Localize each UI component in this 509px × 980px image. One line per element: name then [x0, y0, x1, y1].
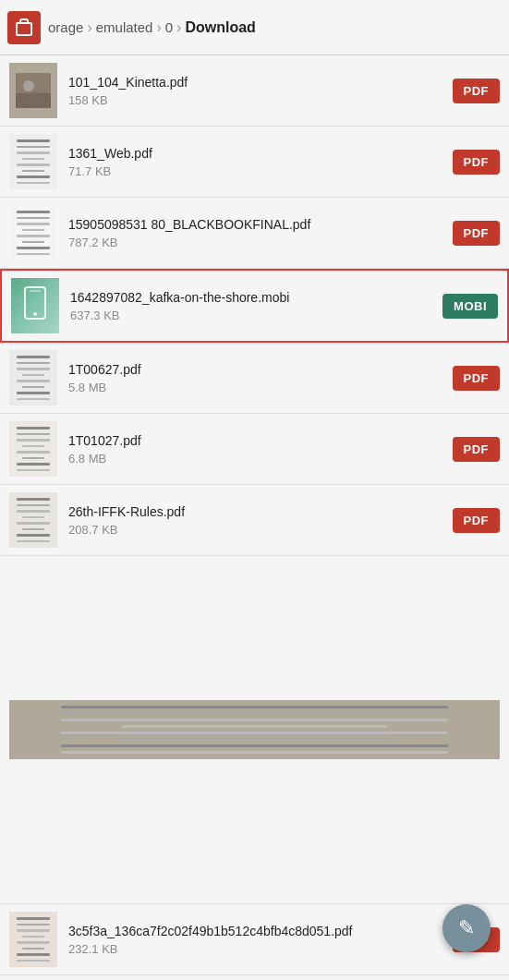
list-item[interactable]: 1T00627.pdf 5.8 MB PDF — [0, 343, 509, 414]
svg-point-6 — [33, 312, 37, 316]
list-item[interactable]: 1642897082_kafka-on-the-shore.mobi 637.3… — [0, 269, 509, 343]
file-size: 637.3 KB — [70, 309, 433, 322]
file-type-badge[interactable]: PDF — [453, 221, 501, 246]
file-info: 3c5f3a_136ca7f2c02f49b1b512c4bfb4c8d051.… — [68, 923, 443, 956]
file-name: 1642897082_kafka-on-the-shore.mobi — [70, 289, 433, 306]
file-size: 158 KB — [68, 93, 443, 107]
file-name: 101_104_Kinetta.pdf — [68, 74, 443, 91]
thumb-photo — [9, 63, 57, 118]
file-size: 71.7 KB — [68, 164, 443, 178]
list-item[interactable]: 15905098531 80_BLACKBOOKFINAL.pdf 787.2 … — [0, 198, 509, 269]
file-list: 101_104_Kinetta.pdf 158 KB PDF 1361_Web.… — [0, 55, 509, 980]
file-info: 1T00627.pdf 5.8 MB — [68, 361, 443, 394]
file-info: 101_104_Kinetta.pdf 158 KB — [68, 74, 443, 107]
list-item[interactable]: 101_104_Kinetta.pdf 158 KB PDF — [0, 55, 509, 127]
file-thumbnail — [9, 421, 57, 477]
file-type-badge[interactable]: PDF — [453, 508, 501, 533]
file-size: 6.8 MB — [68, 452, 443, 466]
svg-point-4 — [23, 91, 45, 106]
thumb-pdf-preview — [9, 421, 57, 477]
file-thumbnail — [11, 278, 59, 333]
thumb-pdf-preview — [9, 134, 57, 189]
list-item[interactable]: 3c5f3a_4efb7b767ca24fb3ba07a103d612... P… — [0, 975, 509, 980]
file-thumbnail — [9, 350, 57, 405]
file-thumbnail — [9, 912, 57, 967]
breadcrumb-emulated[interactable]: emulated — [96, 19, 153, 35]
list-item[interactable]: 26th-IFFK-Rules.pdf 208.7 KB PDF — [0, 485, 509, 556]
svg-rect-0 — [17, 23, 31, 35]
file-name: 1361_Web.pdf — [68, 145, 443, 162]
file-type-badge[interactable]: PDF — [453, 79, 501, 103]
breadcrumb-sep-2: › — [156, 19, 161, 36]
file-type-badge[interactable]: PDF — [453, 366, 501, 391]
breadcrumb-0[interactable]: 0 — [165, 19, 173, 35]
file-thumbnail — [9, 492, 57, 548]
file-info: 1642897082_kafka-on-the-shore.mobi 637.3… — [70, 289, 433, 322]
svg-point-2 — [23, 80, 34, 91]
breadcrumb-sep-1: › — [87, 19, 91, 36]
file-size: 787.2 KB — [68, 236, 443, 249]
header: orage › emulated › 0 › Download — [0, 0, 509, 55]
breadcrumb-storage[interactable]: orage — [48, 19, 83, 35]
file-info: 1T01027.pdf 6.8 MB — [68, 432, 443, 466]
file-name: 1T01027.pdf — [68, 432, 443, 449]
file-type-badge[interactable]: PDF — [453, 437, 501, 462]
breadcrumb-current: Download — [185, 19, 255, 36]
file-size: 5.8 MB — [68, 381, 443, 394]
list-item[interactable]: 1361_Web.pdf 71.7 KB PDF — [0, 127, 509, 198]
breadcrumb-sep-3: › — [176, 19, 181, 36]
thumb-pdf-preview — [9, 492, 57, 548]
mobi-device-icon — [22, 286, 48, 326]
file-info: 15905098531 80_BLACKBOOKFINAL.pdf 787.2 … — [68, 216, 443, 249]
file-name: 1T00627.pdf — [68, 361, 443, 378]
file-name: 15905098531 80_BLACKBOOKFINAL.pdf — [68, 216, 443, 233]
file-name: 3c5f3a_136ca7f2c02f49b1b512c4bfb4c8d051.… — [68, 923, 443, 939]
file-size: 208.7 KB — [68, 523, 443, 537]
list-item[interactable]: 3c5f3a_136ca7f2c02f49b1b512c4bfb4c8d051.… — [0, 904, 509, 975]
breadcrumb: orage › emulated › 0 › Download — [48, 19, 502, 36]
app-icon — [7, 11, 41, 44]
file-type-badge[interactable]: MOBI — [442, 294, 498, 319]
file-info: 1361_Web.pdf 71.7 KB — [68, 145, 443, 178]
file-name: 26th-IFFK-Rules.pdf — [68, 503, 443, 520]
list-item[interactable]: 2_ Uploading_DIR.pdf 254.9 KB PDF — [0, 556, 509, 904]
file-thumbnail — [9, 134, 57, 189]
thumb-pdf-preview — [9, 912, 57, 967]
thumb-pdf-preview — [9, 700, 500, 759]
file-type-badge[interactable]: PDF — [453, 150, 501, 175]
file-info: 26th-IFFK-Rules.pdf 208.7 KB — [68, 503, 443, 537]
thumb-pdf-preview — [9, 205, 57, 260]
fab-edit-button[interactable]: ✎ — [442, 904, 491, 952]
file-thumbnail — [9, 63, 57, 118]
file-thumbnail — [9, 205, 57, 260]
edit-icon: ✎ — [458, 916, 475, 940]
file-size: 232.1 KB — [68, 942, 443, 956]
list-item[interactable]: 1T01027.pdf 6.8 MB PDF — [0, 414, 509, 485]
thumb-mobi — [11, 278, 59, 333]
file-thumbnail — [9, 700, 500, 759]
thumb-pdf-preview — [9, 350, 57, 405]
